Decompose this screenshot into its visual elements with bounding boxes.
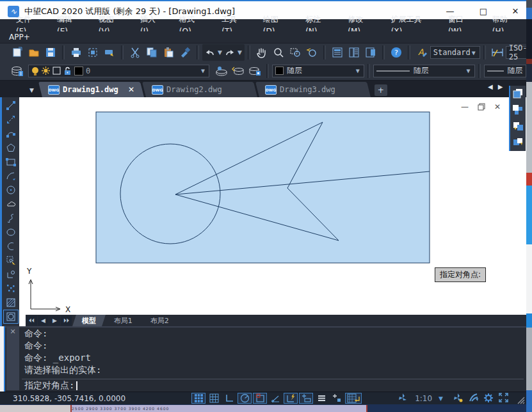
layer-select[interactable]: 0 ▼ [28, 65, 209, 77]
ellipse-tool-icon[interactable] [3, 225, 19, 239]
scale-dropdown-icon[interactable]: ▼ [439, 395, 443, 402]
next-tab-icon[interactable]: ▶ [49, 315, 60, 326]
revision-cloud-tool-icon[interactable] [3, 197, 19, 211]
toolbar-separator [323, 45, 326, 59]
paste-icon[interactable] [160, 45, 177, 60]
settings-gear-icon[interactable] [483, 393, 497, 404]
properties-palette-icon[interactable] [329, 45, 346, 60]
standard-toolbar: ▼ ▼ ? A Standard▼ ISO-25▼ [0, 44, 526, 61]
undo-dropdown-caret[interactable]: ▼ [218, 49, 222, 56]
line-tool-icon[interactable] [3, 99, 19, 113]
bring-above-icon[interactable] [512, 121, 524, 132]
tab-drawing2[interactable]: DWG Drawing2.dwg [142, 82, 257, 97]
tab-scroll-right-icon[interactable]: ▶ [498, 83, 503, 90]
dimension-style-icon[interactable] [489, 45, 506, 60]
zoom-window-icon[interactable] [287, 45, 303, 60]
add-annotation-icon[interactable] [330, 393, 344, 404]
prev-tab-icon[interactable]: ◀ [38, 315, 49, 326]
lineweight-display-icon[interactable] [299, 393, 313, 404]
send-to-back-icon[interactable] [512, 104, 524, 116]
redo-icon[interactable] [223, 45, 236, 60]
undo-icon[interactable] [204, 45, 216, 60]
tab-layout1[interactable]: 布局1 [104, 315, 142, 326]
layer-previous-icon[interactable] [230, 63, 246, 79]
first-tab-icon[interactable]: ⏴⏴ [26, 315, 37, 326]
tab-scroll-left-icon[interactable]: ◀ [488, 83, 493, 90]
redo-dropdown-caret[interactable]: ▼ [238, 49, 242, 56]
polyline-tool-icon[interactable] [3, 127, 19, 141]
ucs-y-label: Y [26, 267, 32, 276]
open-folder-icon[interactable] [26, 45, 42, 60]
tool-palettes-icon[interactable] [346, 45, 362, 60]
dynamic-input-icon[interactable] [284, 393, 298, 404]
region-tool-icon[interactable] [3, 310, 19, 324]
new-tab-button[interactable]: + [375, 84, 387, 96]
grid-display-icon[interactable] [207, 393, 221, 404]
zoom-previous-icon[interactable] [303, 45, 320, 60]
plot-preview-icon[interactable] [85, 45, 101, 60]
command-close-icon[interactable]: ✕ [10, 328, 15, 336]
save-icon[interactable] [42, 45, 59, 60]
plot-icon[interactable] [68, 45, 85, 60]
insert-block-tool-icon[interactable] [3, 253, 19, 267]
annotation-monitor-icon[interactable] [468, 393, 482, 404]
publish-icon[interactable] [101, 45, 118, 60]
spline-tool-icon[interactable] [3, 211, 19, 225]
copy-icon[interactable] [143, 45, 160, 60]
tab-layout2[interactable]: 布局2 [141, 315, 179, 326]
point-tool-icon[interactable] [3, 281, 19, 296]
close-tab-icon[interactable]: ✕ [128, 85, 134, 94]
object-snap-icon[interactable] [253, 393, 267, 404]
hatch-tool-icon[interactable] [3, 296, 19, 310]
fullscreen-icon[interactable] [499, 393, 513, 404]
layer-states-icon[interactable] [213, 63, 230, 79]
menu-app-plus[interactable]: APP+ [0, 31, 526, 44]
send-under-icon[interactable] [512, 137, 524, 148]
bring-to-front-icon[interactable] [512, 88, 524, 100]
text-style-icon[interactable]: A [414, 45, 430, 60]
draw-order-toolbar [509, 86, 526, 151]
layer-properties-icon[interactable] [9, 63, 26, 79]
drawing-canvas[interactable]: Y X — ✕ 指定对角点: ⏴⏴ ◀ ▶ ⏵⏵ 模型 布局1 布局2 [19, 97, 526, 326]
make-block-tool-icon[interactable] [3, 267, 19, 281]
last-tab-icon[interactable]: ⏵⏵ [61, 315, 72, 326]
pan-hand-icon[interactable] [254, 45, 270, 60]
resize-grip[interactable] [516, 395, 525, 404]
new-file-icon[interactable] [9, 45, 26, 60]
tab-model[interactable]: 模型 [72, 315, 106, 326]
doc-close-icon[interactable]: ✕ [494, 102, 501, 111]
match-properties-icon[interactable] [177, 45, 193, 60]
text-style-select[interactable]: Standard▼ [430, 46, 480, 59]
tab-drawing1[interactable]: DWG Drawing1.dwg ✕ [38, 82, 144, 97]
linetype-select[interactable]: 随层 ▼ [373, 65, 475, 77]
color-select[interactable]: 随层 ▼ [272, 65, 364, 77]
snap-mode-icon[interactable] [191, 393, 206, 404]
circle-tool-icon[interactable] [3, 183, 19, 197]
status-menu-icon[interactable] [314, 393, 328, 404]
ellipse-arc-tool-icon[interactable] [3, 239, 19, 253]
doc-restore-icon[interactable] [478, 103, 485, 111]
construction-line-tool-icon[interactable] [3, 113, 19, 127]
design-center-icon[interactable] [362, 45, 379, 60]
layout-tab-bar: ⏴⏴ ◀ ▶ ⏵⏵ 模型 布局1 布局2 [26, 315, 526, 326]
auto-annotation-icon[interactable] [453, 393, 467, 404]
layer-plot-icon [52, 67, 61, 75]
lineweight-select[interactable]: 随层 [484, 65, 527, 77]
help-icon[interactable]: ? [388, 45, 405, 60]
tab-drawing3[interactable]: DWG Drawing3.dwg [255, 82, 371, 97]
annotation-scale-value[interactable]: 1:10 [415, 394, 432, 403]
zoom-realtime-icon[interactable] [270, 45, 287, 60]
doc-minimize-icon[interactable]: — [461, 102, 469, 111]
polygon-tool-icon[interactable] [3, 141, 19, 155]
annotation-visibility-icon[interactable] [398, 393, 412, 404]
tab-list-dropdown-icon[interactable]: ▼ [29, 87, 34, 93]
polar-tracking-icon[interactable] [238, 393, 252, 404]
cut-scissors-icon[interactable] [127, 45, 143, 60]
command-prompt[interactable]: 指定对角点: [24, 380, 77, 392]
arc-tool-icon[interactable] [3, 169, 19, 183]
layer-isolate-icon[interactable] [246, 63, 263, 79]
object-snap-tracking-icon[interactable] [268, 393, 282, 404]
ortho-mode-icon[interactable] [222, 393, 236, 404]
rectangle-tool-icon[interactable] [3, 155, 19, 169]
model-paper-space-icon[interactable] [345, 393, 362, 404]
